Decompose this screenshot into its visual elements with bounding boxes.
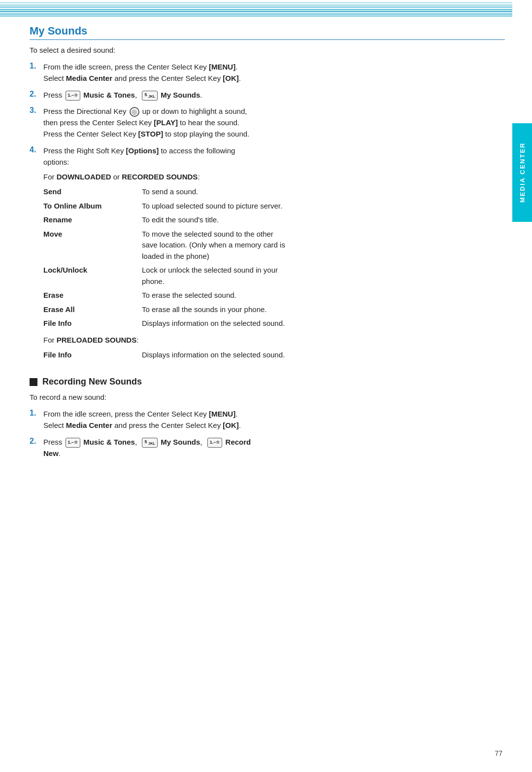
option-erase-term: Erase (43, 288, 142, 303)
step-2: 2. Press 1.–☆ Music & Tones, 5 JKL My So… (30, 89, 505, 101)
option-lock-unlock-def: Lock or unlock the selected sound in you… (142, 263, 505, 288)
option-rename: Rename To edit the sound's title. (43, 213, 505, 227)
rec-step-1-content: From the idle screen, press the Center S… (43, 408, 241, 431)
ok-key: [OK] (223, 74, 239, 82)
rec-ok-key: [OK] (223, 421, 239, 429)
rec-step-2-content: Press 1.–☆ Music & Tones, 5 JKL My Sound… (43, 436, 251, 459)
rec-my-sounds-text: My Sounds (161, 438, 200, 446)
option-send-term: Send (43, 185, 142, 199)
rec-menu-key: [MENU] (209, 410, 235, 418)
option-send-def: To send a sound. (142, 185, 505, 199)
stop-key: [STOP] (138, 130, 164, 138)
preloaded-bold: PRELOADED SOUNDS (57, 336, 137, 344)
options-key: [Options] (126, 146, 159, 155)
music-tones-text: Music & Tones (83, 91, 135, 99)
preloaded-options-table: File Info Displays information on the se… (43, 348, 505, 362)
rec-key-1-record: 1.–☆ (207, 438, 223, 448)
option-online-album-def: To upload selected sound to picture serv… (142, 199, 505, 213)
sidebar-label: MEDIA CENTER (519, 142, 526, 203)
play-key: [PLAY] (154, 118, 178, 127)
step-1-number: 1. (30, 62, 43, 70)
rec-step-1-number: 1. (30, 409, 43, 418)
option-file-info-preloaded-term: File Info (43, 348, 142, 362)
directional-key-icon: ◎ (130, 107, 139, 117)
step-1: 1. From the idle screen, press the Cente… (30, 61, 505, 84)
key-1-music: 1.–☆ (66, 91, 81, 101)
rec-step-2: 2. Press 1.–☆ Music & Tones, 5 JKL My So… (30, 436, 505, 459)
option-lock-unlock-term: Lock/Unlock (43, 263, 142, 288)
downloaded-category-label: For DOWNLOADED or RECORDED SOUNDS: (43, 173, 505, 181)
media-center-text: Media Center (66, 74, 112, 82)
step-2-content: Press 1.–☆ Music & Tones, 5 JKL My Sound… (43, 89, 202, 101)
recorded-bold: RECORDED SOUNDS (122, 173, 198, 181)
sidebar-tab: MEDIA CENTER (512, 123, 532, 222)
option-erase-all-def: To erase all the sounds in your phone. (142, 303, 505, 317)
option-file-info-downloaded-term: File Info (43, 316, 142, 331)
step-3-content: Press the Directional Key ◎ up or down t… (43, 105, 249, 140)
option-erase: Erase To erase the selected sound. (43, 288, 505, 303)
step-2-number: 2. (30, 90, 43, 99)
key-5-jkl: 5 JKL (142, 91, 158, 101)
option-erase-def: To erase the selected sound. (142, 288, 505, 303)
option-move: Move To move the selected sound to the o… (43, 227, 505, 264)
rec-key-5-jkl: 5 JKL (142, 438, 158, 448)
option-online-album: To Online Album To upload selected sound… (43, 199, 505, 213)
my-sounds-intro: To select a desired sound: (30, 46, 505, 54)
option-online-album-term: To Online Album (43, 199, 142, 213)
recording-intro: To record a new sound: (30, 393, 505, 401)
option-move-def: To move the selected sound to the others… (142, 227, 505, 264)
rec-step-1: 1. From the idle screen, press the Cente… (30, 408, 505, 431)
recording-steps: 1. From the idle screen, press the Cente… (30, 408, 505, 459)
step-3: 3. Press the Directional Key ◎ up or dow… (30, 105, 505, 140)
downloaded-bold: DOWNLOADED (57, 173, 111, 181)
rec-new-text: New (43, 449, 59, 457)
recording-new-sounds-heading: Recording New Sounds (30, 377, 505, 387)
option-move-term: Move (43, 227, 142, 264)
step-1-content: From the idle screen, press the Center S… (43, 61, 241, 84)
option-lock-unlock: Lock/Unlock Lock or unlock the selected … (43, 263, 505, 288)
step-4-number: 4. (30, 145, 43, 154)
downloaded-options-table: Send To send a sound. To Online Album To… (43, 185, 505, 331)
step-4-content: Press the Right Soft Key [Options] to ac… (43, 145, 235, 168)
my-sounds-title: My Sounds (30, 25, 505, 40)
option-file-info-preloaded: File Info Displays information on the se… (43, 348, 505, 362)
option-file-info-downloaded: File Info Displays information on the se… (43, 316, 505, 331)
option-file-info-preloaded-def: Displays information on the selected sou… (142, 348, 505, 362)
option-erase-all-term: Erase All (43, 303, 142, 317)
option-erase-all: Erase All To erase all the sounds in you… (43, 303, 505, 317)
option-rename-term: Rename (43, 213, 142, 227)
my-sounds-text: My Sounds (161, 91, 200, 99)
recording-new-sounds-title: Recording New Sounds (42, 377, 142, 387)
step-3-number: 3. (30, 106, 43, 115)
rec-step-2-number: 2. (30, 437, 43, 446)
main-content: My Sounds To select a desired sound: 1. … (0, 0, 532, 772)
page-number: 77 (495, 749, 502, 757)
black-square-icon (30, 378, 37, 386)
menu-key: [MENU] (209, 63, 235, 71)
options-section: For DOWNLOADED or RECORDED SOUNDS: Send … (43, 173, 505, 362)
option-file-info-downloaded-def: Displays information on the selected sou… (142, 316, 505, 331)
rec-media-center-text: Media Center (66, 421, 112, 429)
rec-record-new-text: Record (226, 438, 251, 446)
preloaded-category-label: For PRELOADED SOUNDS: (43, 336, 505, 344)
step-4: 4. Press the Right Soft Key [Options] to… (30, 145, 505, 168)
my-sounds-steps: 1. From the idle screen, press the Cente… (30, 61, 505, 168)
option-rename-def: To edit the sound's title. (142, 213, 505, 227)
option-send: Send To send a sound. (43, 185, 505, 199)
rec-key-1-music: 1.–☆ (66, 438, 81, 448)
rec-music-tones-text: Music & Tones (83, 438, 135, 446)
